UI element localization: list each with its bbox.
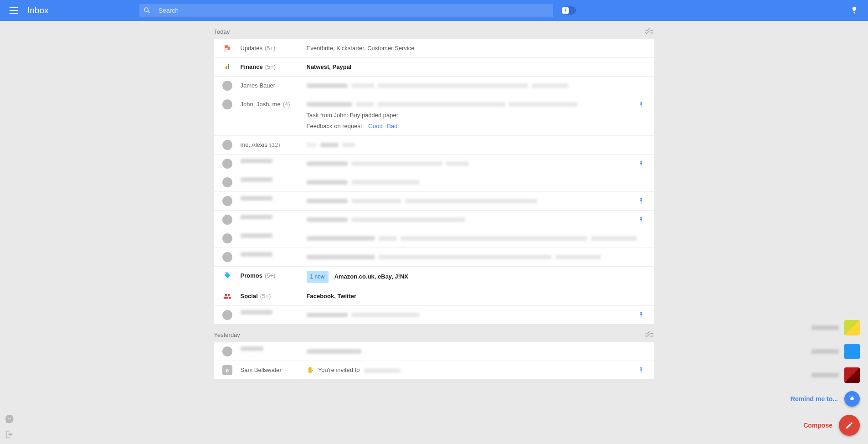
contact-chip[interactable] <box>812 320 860 336</box>
avatar <box>222 177 232 187</box>
invite-prefix: You're invited to <box>318 367 360 373</box>
sender-redacted <box>241 252 272 257</box>
left-dock <box>3 412 16 441</box>
feedback-prefix: Feedback on request: <box>307 123 364 129</box>
hamburger-icon <box>10 10 18 11</box>
bundle-summary: Natwest, Paypal <box>307 62 636 72</box>
sender-redacted <box>241 159 272 163</box>
avatar <box>844 367 860 383</box>
avatar <box>222 215 232 225</box>
pin-indicator[interactable] <box>636 215 646 225</box>
thread-content: Task from John: Buy padded paper Feedbac… <box>307 99 636 131</box>
thread-redacted[interactable] <box>214 211 654 229</box>
pin-indicator[interactable] <box>636 99 646 109</box>
thread-count: (12) <box>270 140 280 150</box>
avatar <box>222 140 232 150</box>
yesterday-list: e Sam Bellswater ✋ You're invited to <box>214 342 654 379</box>
thread-james[interactable]: James Bauer <box>214 77 654 95</box>
preview-redacted <box>307 81 636 91</box>
avatar <box>844 320 860 336</box>
bundle-count: (5+) <box>260 291 271 301</box>
section-yesterday-label: Yesterday <box>214 331 643 338</box>
bundle-label: Finance <box>241 62 263 72</box>
avatar <box>222 252 232 262</box>
floating-actions: Remind me to... Compose <box>791 320 860 436</box>
hangouts-icon[interactable] <box>3 412 16 426</box>
bundle-count: (5+) <box>265 43 275 53</box>
assistant-icon[interactable] <box>846 2 863 19</box>
thread-sam[interactable]: e Sam Bellswater ✋ You're invited to <box>214 361 654 379</box>
bundle-summary: Eventbrite, Kickstarter, Customer Servic… <box>307 43 636 53</box>
compose-fab[interactable] <box>839 415 860 436</box>
preview-redacted <box>307 177 636 187</box>
sender-redacted <box>241 310 272 315</box>
search-input[interactable] <box>156 6 550 15</box>
bundle-social[interactable]: Social (5+) Facebook, Twitter <box>214 287 654 306</box>
search-icon <box>143 6 155 15</box>
feedback-bad[interactable]: Bad <box>387 123 397 129</box>
section-today-label: Today <box>214 28 643 35</box>
compose-action[interactable]: Compose <box>803 415 860 436</box>
bundle-label: Social <box>241 291 258 301</box>
contact-chip[interactable] <box>812 367 860 383</box>
bundle-summary: Facebook, Twitter <box>307 291 636 301</box>
thread-redacted[interactable] <box>214 342 654 361</box>
thread-john[interactable]: John, Josh, me (4) Task from John: Buy p… <box>214 95 654 136</box>
bundle-count: (5+) <box>265 62 276 72</box>
thread-redacted[interactable] <box>214 155 654 173</box>
contact-chip[interactable] <box>812 344 860 359</box>
avatar <box>222 81 232 91</box>
contact-name-redacted <box>812 325 839 330</box>
bundle-updates[interactable]: Updates (5+) Eventbrite, Kickstarter, Cu… <box>214 39 654 58</box>
reminder-fab[interactable] <box>844 391 860 407</box>
thread-redacted[interactable] <box>214 229 654 248</box>
sender: John, Josh, me <box>241 99 281 109</box>
sender: Sam Bellswater <box>241 365 282 375</box>
pin-indicator[interactable] <box>636 310 646 320</box>
sender-redacted <box>241 346 263 351</box>
pin-indicator[interactable] <box>636 365 646 375</box>
avatar <box>222 233 232 243</box>
main-scroll[interactable]: Today Updates (5+) Eventbrite, Kickstart… <box>0 21 868 444</box>
remind-label: Remind me to... <box>791 395 838 403</box>
avatar: e <box>222 365 232 375</box>
task-line: Task from John: Buy padded paper <box>307 110 636 120</box>
app-title: Inbox <box>27 5 48 15</box>
thread-alexis[interactable]: me, Alexis (12) <box>214 136 654 155</box>
tag-icon <box>222 271 232 281</box>
thread-redacted[interactable] <box>214 248 654 267</box>
sweep-yesterday-button[interactable] <box>643 329 654 340</box>
preview-redacted <box>307 196 636 206</box>
today-list: Updates (5+) Eventbrite, Kickstarter, Cu… <box>214 39 654 324</box>
thread-preview: ✋ You're invited to <box>307 365 636 375</box>
preview-redacted <box>307 233 637 243</box>
preview-redacted <box>307 215 636 225</box>
preview-redacted <box>307 310 636 320</box>
preview-redacted <box>307 346 636 356</box>
pin-indicator[interactable] <box>636 196 646 206</box>
menu-button[interactable] <box>5 2 22 19</box>
remind-action[interactable]: Remind me to... <box>791 391 860 407</box>
avatar <box>222 346 232 356</box>
exit-icon[interactable] <box>3 428 16 441</box>
avatar <box>844 344 860 359</box>
search-box[interactable] <box>139 4 553 17</box>
bundle-finance[interactable]: Finance (5+) Natwest, Paypal <box>214 58 654 77</box>
sweep-today-button[interactable] <box>643 26 654 37</box>
thread-redacted[interactable] <box>214 173 654 192</box>
preview-redacted <box>307 140 636 150</box>
flag-icon <box>222 43 232 53</box>
sender-redacted <box>241 196 272 201</box>
bundle-label: Promos <box>241 271 262 281</box>
avatar <box>222 159 232 169</box>
feedback-good[interactable]: Good <box>368 123 383 129</box>
thread-redacted[interactable] <box>214 306 654 324</box>
bundle-promos[interactable]: Promos (5+) 1 new Amazon.co.uk, eBay, J!… <box>214 267 654 287</box>
thread-redacted[interactable] <box>214 192 654 211</box>
pin-icon <box>562 7 569 14</box>
avatar <box>222 99 232 109</box>
bundle-summary: Amazon.co.uk, eBay, J!NX <box>334 273 408 280</box>
pinned-toggle[interactable] <box>561 6 576 15</box>
pin-indicator[interactable] <box>636 159 646 169</box>
preview-redacted <box>307 252 636 262</box>
